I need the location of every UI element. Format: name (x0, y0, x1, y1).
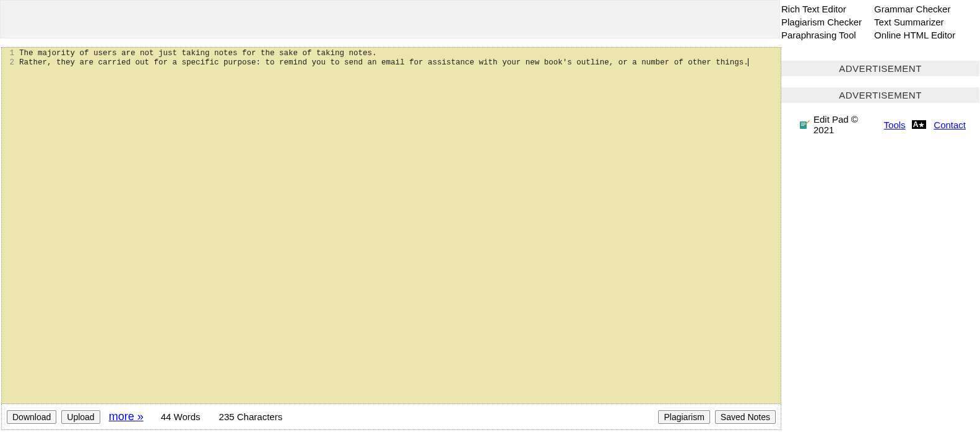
editpad-logo-icon (800, 120, 810, 129)
saved-notes-button[interactable]: Saved Notes (715, 410, 776, 424)
svg-rect-1 (801, 123, 805, 123)
copyright-text: Edit Pad © 2021 (813, 114, 880, 135)
editor-line: Rather, they are carried out for a speci… (19, 58, 781, 68)
nav-text-summarizer[interactable]: Text Summarizer (874, 17, 955, 29)
right-sidebar: ADVERTISEMENT ADVERTISEMENT Edit Pad © 2… (781, 47, 979, 135)
svg-rect-3 (801, 125, 804, 126)
more-link[interactable]: more » (109, 410, 144, 423)
nav-plagiarism-checker[interactable]: Plagiarism Checker (781, 17, 862, 29)
header-nav-col-2: Grammar Checker Text Summarizer Online H… (874, 4, 955, 41)
text-cursor (748, 58, 748, 66)
download-button[interactable]: Download (7, 410, 56, 424)
contact-link[interactable]: Contact (934, 120, 966, 130)
svg-rect-2 (801, 124, 805, 125)
text-editor[interactable]: 1 2 The majority of users are not just t… (1, 47, 781, 404)
line-number: 2 (2, 58, 14, 68)
line-number: 1 (2, 49, 14, 58)
header-nav: Rich Text Editor Plagiarism Checker Para… (781, 4, 955, 41)
advertisement-box: ADVERTISEMENT (781, 61, 979, 76)
nav-grammar-checker[interactable]: Grammar Checker (874, 4, 955, 15)
editor-content[interactable]: The majority of users are not just takin… (17, 48, 781, 403)
editor-line-gutter: 1 2 (2, 48, 17, 403)
language-badge-icon[interactable]: A★ (912, 120, 927, 129)
word-count: 44 Words (161, 411, 201, 422)
header-nav-col-1: Rich Text Editor Plagiarism Checker Para… (781, 4, 862, 41)
editor-line: The majority of users are not just takin… (19, 49, 781, 58)
advertisement-box: ADVERTISEMENT (781, 87, 979, 103)
nav-rich-text-editor[interactable]: Rich Text Editor (781, 4, 862, 15)
nav-paraphrasing-tool[interactable]: Paraphrasing Tool (781, 30, 862, 42)
tools-link[interactable]: Tools (884, 120, 906, 130)
upload-button[interactable]: Upload (61, 410, 100, 424)
bottom-toolbar: Download Upload more » 44 Words 235 Char… (1, 404, 781, 430)
sidebar-footer: Edit Pad © 2021 Tools A★ Contact (781, 114, 979, 135)
plagiarism-button[interactable]: Plagiarism (658, 410, 709, 424)
top-banner-area (0, 0, 780, 38)
nav-online-html-editor[interactable]: Online HTML Editor (874, 30, 955, 42)
character-count: 235 Characters (219, 411, 283, 422)
